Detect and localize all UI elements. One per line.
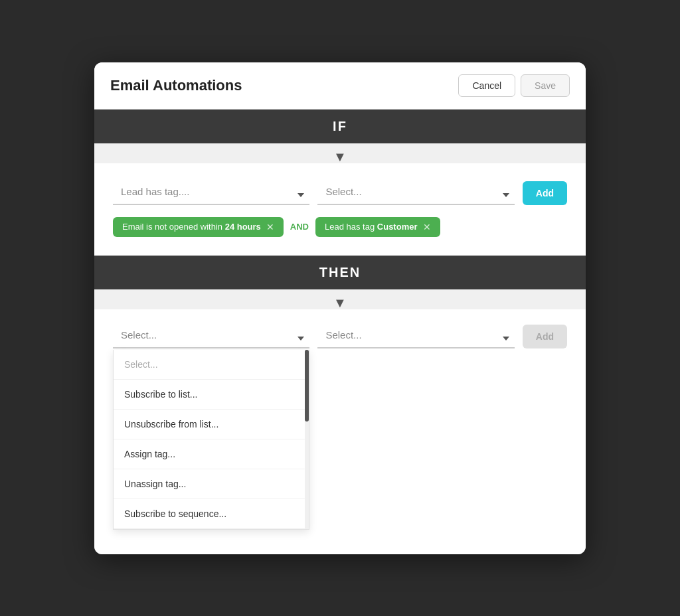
scrollbar-track <box>305 350 309 529</box>
dropdown-item-unassign-tag[interactable]: Unassign tag... <box>114 469 309 499</box>
then-section: THEN ▼ Select... Select... Subscribe <box>94 256 586 554</box>
scrollbar-thumb[interactable] <box>305 350 309 422</box>
page-title: Email Automations <box>110 77 242 94</box>
action-select-wrapper: Select... Select... Subscribe to list...… <box>113 323 309 348</box>
modal: Email Automations Cancel Save IF ▼ Lead … <box>94 62 586 554</box>
tag-email-close-icon[interactable]: ✕ <box>266 222 274 232</box>
dropdown-item-subscribe-list[interactable]: Subscribe to list... <box>114 380 309 410</box>
condition-select[interactable]: Lead has tag.... <box>113 179 309 205</box>
then-value-select-wrapper: Select... <box>317 323 514 348</box>
action-select[interactable]: Select... <box>113 323 309 348</box>
dropdown-item-unsubscribe-list[interactable]: Unsubscribe from list... <box>114 410 309 439</box>
then-body: Select... Select... Subscribe to list...… <box>94 309 586 554</box>
tag-customer-close-icon[interactable]: ✕ <box>423 222 431 232</box>
then-header: THEN <box>94 256 586 289</box>
action-dropdown-list: Select... Subscribe to list... Unsubscri… <box>113 350 309 530</box>
if-header: IF <box>94 110 586 143</box>
if-arrow: ▼ <box>94 143 586 163</box>
condition-value-select-wrapper: Select... <box>317 179 514 205</box>
condition-value-select[interactable]: Select... <box>317 179 514 205</box>
tag-lead-customer: Lead has tag Customer ✕ <box>315 217 440 237</box>
cancel-button[interactable]: Cancel <box>458 74 515 97</box>
header-buttons: Cancel Save <box>458 74 570 97</box>
modal-header: Email Automations Cancel Save <box>94 62 586 110</box>
if-add-button[interactable]: Add <box>523 181 567 205</box>
if-section: IF ▼ Lead has tag.... Select... Add <box>94 110 586 256</box>
tag-email-not-opened: Email is not opened within 24 hours ✕ <box>113 217 284 237</box>
save-button[interactable]: Save <box>521 74 570 97</box>
if-tags-row: Email is not opened within 24 hours ✕ AN… <box>113 217 567 237</box>
if-body: Lead has tag.... Select... Add Email is … <box>94 163 586 256</box>
condition-select-wrapper: Lead has tag.... <box>113 179 309 205</box>
then-arrow: ▼ <box>94 289 586 309</box>
dropdown-item-subscribe-sequence[interactable]: Subscribe to sequence... <box>114 499 309 529</box>
dropdown-item-placeholder[interactable]: Select... <box>114 350 309 380</box>
dropdown-item-assign-tag[interactable]: Assign tag... <box>114 439 309 469</box>
then-value-select[interactable]: Select... <box>317 323 514 348</box>
and-label: AND <box>290 222 309 232</box>
then-inputs-row: Select... Select... Subscribe to list...… <box>113 323 567 348</box>
if-inputs-row: Lead has tag.... Select... Add <box>113 179 567 205</box>
then-add-button[interactable]: Add <box>523 325 567 348</box>
